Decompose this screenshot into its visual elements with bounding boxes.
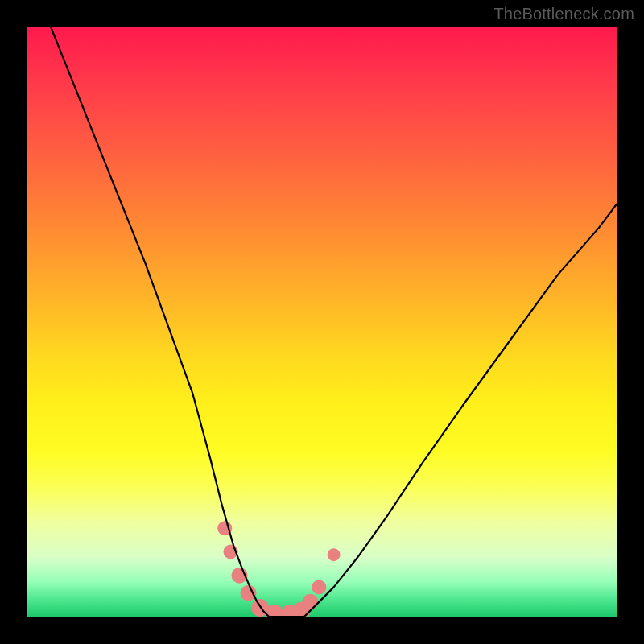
series-right-curve xyxy=(304,204,617,617)
chart-frame: TheBottleneck.com xyxy=(0,0,644,644)
line-layer xyxy=(51,27,617,617)
curves-svg xyxy=(27,27,617,617)
series-left-curve xyxy=(51,27,269,617)
highlight-dot xyxy=(312,580,326,594)
watermark-text: TheBottleneck.com xyxy=(493,5,634,23)
highlight-dot xyxy=(328,548,341,561)
highlight-dot xyxy=(241,585,257,601)
plot-area xyxy=(27,27,617,617)
marker-layer xyxy=(217,521,340,617)
highlight-dot xyxy=(302,594,318,610)
